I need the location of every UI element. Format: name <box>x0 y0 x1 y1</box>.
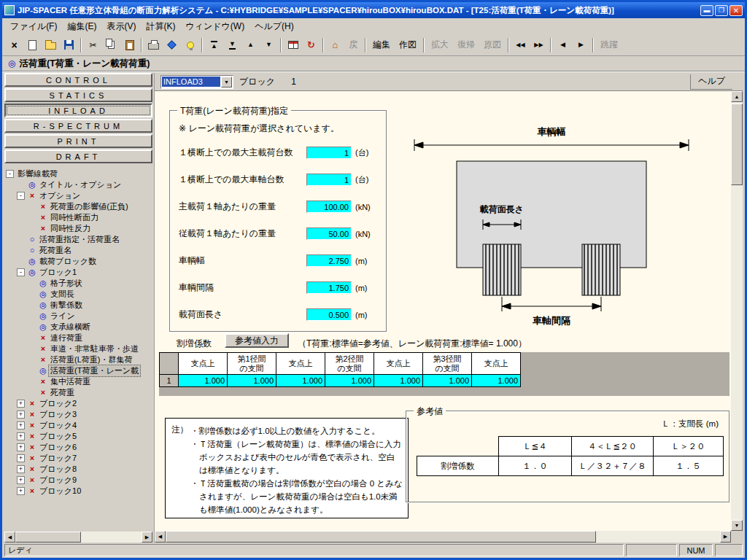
menu-view[interactable]: 表示(V) <box>101 19 141 34</box>
tree-item[interactable]: ◎載荷ブロック数 <box>4 256 152 267</box>
multiplier-cell[interactable]: 1.000 <box>228 375 276 387</box>
content-hscroll-track[interactable] <box>166 531 720 542</box>
new-file-button[interactable] <box>24 37 41 53</box>
table-view-button[interactable] <box>285 37 301 53</box>
expand-icon[interactable]: + <box>17 400 25 408</box>
multiplier-cell[interactable]: 1.000 <box>179 375 228 387</box>
scroll-left-icon[interactable]: ◀ <box>4 532 15 542</box>
tree-item[interactable]: +×ブロック9 <box>4 475 152 486</box>
draw-mode-button[interactable]: 作図 <box>395 37 420 53</box>
options-button[interactable] <box>163 37 180 53</box>
tree-item[interactable]: +×ブロック3 <box>4 409 152 420</box>
sidebar-statics-button[interactable]: STATICS <box>4 88 152 102</box>
jump-button[interactable]: 跳躍 <box>597 37 622 53</box>
tree-item[interactable]: ◎支承線横断 <box>4 322 152 332</box>
menu-window[interactable]: ウィンドウ(W) <box>180 19 249 34</box>
tree-item[interactable]: ×死荷重 <box>4 387 152 398</box>
help-button[interactable]: ヘルプ <box>690 74 732 90</box>
multiplier-cell[interactable]: 1.000 <box>374 375 423 387</box>
tree-item[interactable]: -◎ブロック1 <box>4 267 152 278</box>
expand-icon[interactable]: + <box>17 411 25 419</box>
back-button[interactable]: 戻 <box>345 37 362 53</box>
tree-item[interactable]: ×活荷重(L荷重)・群集荷 <box>4 354 152 365</box>
save-file-button[interactable] <box>61 37 77 53</box>
first-page-button[interactable]: ◀◀ <box>512 37 529 53</box>
tree-item[interactable]: ×同時性断面力 <box>4 212 152 223</box>
tree-item[interactable]: ◎ライン <box>4 311 152 322</box>
hint-button[interactable] <box>182 37 198 53</box>
tree-item[interactable]: -×オプション <box>4 190 152 201</box>
paste-button[interactable] <box>121 37 138 53</box>
maximize-button[interactable]: ❐ <box>715 5 728 16</box>
tree-item[interactable]: ◎タイトル・オプション <box>4 179 152 190</box>
move-up-button[interactable]: ▲ <box>242 37 259 53</box>
collapse-icon[interactable]: - <box>17 268 25 276</box>
close-file-button[interactable]: × <box>6 37 23 53</box>
move-down-button[interactable]: ▼ <box>260 37 277 53</box>
expand-icon[interactable]: + <box>17 454 25 462</box>
tree-item[interactable]: ×死荷重の影響値(正負) <box>4 201 152 212</box>
tree-item[interactable]: ○死荷重名 <box>4 245 152 256</box>
content-vscroll-thumb[interactable] <box>731 104 743 185</box>
zoom-restore-button[interactable]: 復帰 <box>454 37 479 53</box>
sidebar-print-button[interactable]: PRINT <box>4 134 152 148</box>
max-main-load-count-input[interactable]: 1 <box>306 147 352 159</box>
collapse-icon[interactable]: - <box>17 192 25 200</box>
tree-item[interactable]: ◎格子形状 <box>4 278 152 289</box>
tree-item[interactable]: ×同時性反力 <box>4 223 152 234</box>
multiplier-cell[interactable]: 1.000 <box>276 375 325 387</box>
tree-item[interactable]: +×ブロック5 <box>4 431 152 442</box>
load-surface-length-input[interactable]: 0.500 <box>306 308 352 321</box>
main-axle-weight-input[interactable]: 100.00 <box>306 201 352 213</box>
content-hscrollbar[interactable]: ◀ ▶ <box>155 531 731 542</box>
vehicle-width-input[interactable]: 2.750 <box>306 254 352 267</box>
close-button[interactable]: ✕ <box>729 5 743 16</box>
sidebar-r-spectrum-button[interactable]: R-SPECTRUM <box>4 119 152 133</box>
reference-input-button[interactable]: 参考値入力 <box>225 333 289 348</box>
menu-help[interactable]: ヘルプ(H) <box>249 19 299 34</box>
tree-hscrollbar[interactable]: ◀ ▶ <box>4 532 152 542</box>
last-page-button[interactable]: ▶▶ <box>530 37 547 53</box>
tree-item[interactable]: +×ブロック2 <box>4 398 152 409</box>
content-vscroll-track[interactable] <box>731 102 743 520</box>
scroll-left-icon[interactable]: ◀ <box>155 531 166 542</box>
next-page-button[interactable]: ▶ <box>573 37 589 53</box>
recalculate-button[interactable]: ↻ <box>303 37 320 53</box>
tree-item[interactable]: ○活荷重指定・活荷重名 <box>4 234 152 245</box>
content-vscrollbar[interactable]: ▲ ▼ <box>731 91 743 531</box>
scroll-right-icon[interactable]: ▶ <box>142 532 152 542</box>
copy-button[interactable] <box>103 37 120 53</box>
tree-item[interactable]: ×集中活荷重 <box>4 376 152 387</box>
tree-item[interactable]: ×連行荷重 <box>4 332 152 343</box>
scroll-right-icon[interactable]: ▶ <box>720 531 731 542</box>
tree-item[interactable]: +×ブロック4 <box>4 420 152 431</box>
sub-axle-weight-input[interactable]: 50.00 <box>306 228 352 240</box>
sidebar-control-button[interactable]: CONTROL <box>4 73 152 87</box>
vehicle-spacing-input[interactable]: 1.750 <box>306 281 352 294</box>
menu-edit[interactable]: 編集(E) <box>62 19 101 34</box>
menu-calc[interactable]: 計算(K) <box>141 19 180 34</box>
max-axle-count-input[interactable]: 1 <box>306 174 352 186</box>
tree-item[interactable]: +×ブロック10 <box>4 486 152 497</box>
tree-hscroll-track[interactable] <box>15 532 142 542</box>
move-first-button[interactable]: ▲ <box>206 37 222 53</box>
tree-item[interactable]: +×ブロック8 <box>4 464 152 475</box>
tree-item[interactable]: -影響線載荷 <box>4 168 152 179</box>
tree-item[interactable]: +×ブロック6 <box>4 442 152 453</box>
zoom-in-button[interactable]: 拡大 <box>427 37 452 53</box>
cut-button[interactable]: ✂ <box>85 37 101 53</box>
multiplier-cell[interactable]: 1.000 <box>325 375 374 387</box>
content-hscroll-thumb[interactable] <box>166 531 596 542</box>
prev-page-button[interactable]: ◀ <box>554 37 571 53</box>
tree-item[interactable]: ◎衝撃係数 <box>4 300 152 311</box>
tree-hscroll-thumb[interactable] <box>15 532 81 542</box>
sidebar-infload-button[interactable]: INFLOAD <box>4 104 152 117</box>
tree-item[interactable]: ◎支間長 <box>4 289 152 300</box>
expand-icon[interactable]: + <box>17 476 25 484</box>
menu-file[interactable]: ファイル(F) <box>5 19 62 34</box>
zoom-original-button[interactable]: 原図 <box>480 37 505 53</box>
tree-item[interactable]: ×車道・非常駐車帯・歩道 <box>4 343 152 354</box>
multiplier-cell[interactable]: 1.000 <box>423 375 472 387</box>
expand-icon[interactable]: + <box>17 465 25 473</box>
print-button[interactable] <box>145 37 162 53</box>
